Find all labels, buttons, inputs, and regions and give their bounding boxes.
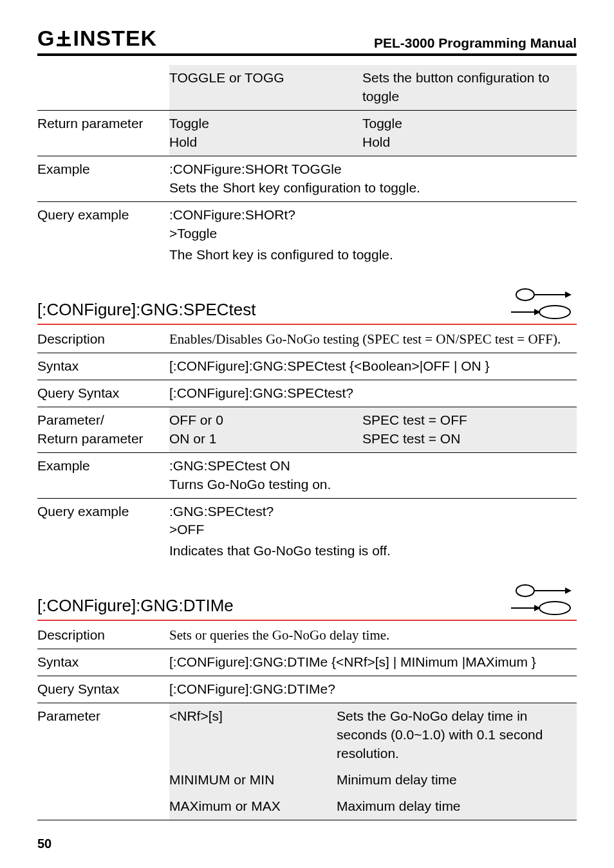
- svg-point-9: [516, 585, 534, 596]
- b2-r3-label1: Parameter/: [37, 411, 167, 430]
- b2-r3-desc2: SPEC test = ON: [362, 430, 574, 448]
- b3-r0-label: Description: [37, 622, 169, 649]
- svg-point-8: [539, 306, 570, 319]
- section1-head: [:CONFigure]:GNG:SPECtest: [37, 286, 577, 325]
- b1-r3-line3: The Short key is configured to toggle.: [169, 246, 574, 264]
- b2-r2-label: Query Syntax: [37, 380, 169, 407]
- b2-r5-line1: :GNG:SPECtest?: [169, 503, 574, 521]
- b2-r5-label: Query example: [37, 498, 169, 564]
- b2-r0-label: Description: [37, 326, 169, 353]
- section2-head: [:CONFigure]:GNG:DTIMe: [37, 582, 577, 621]
- b1-r1-label: Return parameter: [37, 110, 169, 156]
- b3-r3-label: Parameter: [37, 703, 169, 767]
- b2-r5-line2: >OFF: [169, 521, 574, 539]
- b1-r3-line1: :CONFigure:SHORt?: [169, 206, 574, 225]
- block2-table: Description Enables/Disables Go-NoGo tes…: [37, 326, 577, 565]
- page-number: 50: [37, 836, 51, 851]
- b2-r2-text: [:CONFigure]:GNG:SPECtest?: [169, 380, 577, 407]
- b2-r0-text: Enables/Disables Go-NoGo testing (SPEC t…: [169, 326, 577, 353]
- b2-r4-line1: :GNG:SPECtest ON: [169, 457, 574, 476]
- b1-r2-line2: Sets the Short key configuration to togg…: [169, 179, 574, 198]
- b2-r5-line3: Indicates that Go-NoGo testing is off.: [169, 542, 574, 560]
- b1-r1-val2: Hold: [169, 133, 360, 152]
- svg-point-3: [516, 289, 534, 300]
- b2-r3-label2: Return parameter: [37, 430, 167, 448]
- b1-r1-desc2: Hold: [362, 133, 574, 152]
- svg-rect-2: [58, 37, 70, 39]
- b1-r1-val1: Toggle: [169, 115, 360, 133]
- set-query-icon: [506, 286, 577, 320]
- b3-r1-label: Syntax: [37, 649, 169, 676]
- b3-r3-desc3: Maximum delay time: [337, 793, 577, 820]
- doc-title: PEL-3000 Programming Manual: [374, 35, 577, 51]
- b2-r3-val1: OFF or 0: [169, 411, 360, 430]
- svg-marker-11: [565, 587, 572, 594]
- section2-title: [:CONFigure]:GNG:DTIMe: [37, 596, 234, 616]
- b3-r3-desc2: Minimum delay time: [337, 767, 577, 793]
- set-query-icon: [506, 582, 577, 616]
- b3-r3-val3: MAXimum or MAX: [169, 793, 337, 820]
- b1-r0-desc: Sets the button configuration to toggle: [362, 65, 577, 110]
- b1-r3-line2: >Toggle: [169, 225, 574, 243]
- svg-marker-5: [565, 291, 572, 298]
- block3-table: Description Sets or queries the Go-NoGo …: [37, 622, 577, 820]
- b2-r3-val2: ON or 1: [169, 430, 360, 448]
- b3-r2-text: [:CONFigure]:GNG:DTIMe?: [169, 676, 577, 703]
- b1-r2-label: Example: [37, 156, 169, 201]
- block1-table: TOGGLE or TOGG Sets the button configura…: [37, 65, 577, 268]
- b1-r1-desc1: Toggle: [362, 115, 574, 133]
- b2-r3-desc1: SPEC test = OFF: [362, 411, 574, 430]
- b1-r2-line1: :CONFigure:SHORt TOGGle: [169, 160, 574, 179]
- b2-r1-label: Syntax: [37, 353, 169, 380]
- page-header: G INSTEK PEL-3000 Programming Manual: [37, 26, 577, 56]
- b3-r3-val1: <NRf>[s]: [169, 703, 337, 767]
- logo-instek: INSTEK: [73, 26, 157, 51]
- b3-r3-val2: MINIMUM or MIN: [169, 767, 337, 793]
- logo-g: G: [37, 26, 55, 51]
- b3-r2-label: Query Syntax: [37, 676, 169, 703]
- b2-r4-line2: Turns Go-NoGo testing on.: [169, 476, 574, 494]
- section1-title: [:CONFigure]:GNG:SPECtest: [37, 300, 256, 320]
- b2-r4-label: Example: [37, 452, 169, 498]
- b2-r1-text: [:CONFigure]:GNG:SPECtest {<Boolean>|OFF…: [169, 353, 577, 380]
- b3-r3-desc1: Sets the Go-NoGo delay time in seconds (…: [337, 703, 577, 767]
- b1-r3-label: Query example: [37, 201, 169, 268]
- brand-logo: G INSTEK: [37, 26, 157, 51]
- b3-r0-text: Sets or queries the Go-NoGo delay time.: [169, 622, 577, 649]
- logo-glyph-icon: [55, 30, 73, 48]
- b3-r1-text: [:CONFigure]:GNG:DTIMe {<NRf>[s] | MINim…: [169, 649, 577, 676]
- svg-point-14: [539, 602, 570, 614]
- b1-r0-val: TOGGLE or TOGG: [169, 65, 362, 110]
